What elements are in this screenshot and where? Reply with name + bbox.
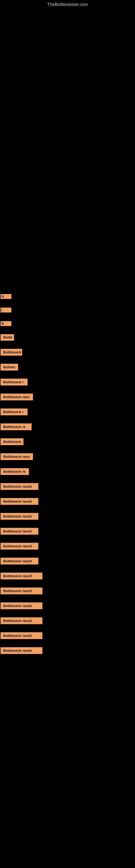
result-badge-11: Bottleneck resu — [1, 453, 33, 460]
gap-6 — [0, 372, 135, 377]
result-row-13: Bottleneck result — [0, 482, 135, 492]
gap-23 — [0, 626, 135, 631]
result-badge-19: Bottleneck result — [1, 572, 42, 579]
gap-22 — [0, 611, 135, 616]
result-row-5: Bottlen — [0, 362, 135, 372]
gap-19 — [0, 566, 135, 571]
result-badge-13: Bottleneck result — [1, 483, 38, 490]
result-row-14: Bottleneck result — [0, 496, 135, 506]
result-badge-7: Bottleneck resu — [1, 394, 33, 400]
gap-8 — [0, 402, 135, 407]
gap-24 — [0, 641, 135, 646]
result-row-17: Bottleneck result — [0, 541, 135, 551]
gap-20 — [0, 581, 135, 586]
gap-2 — [0, 313, 135, 321]
result-badge-6: Bottleneck r — [1, 379, 28, 385]
result-row-0: B — [0, 293, 135, 300]
result-row-7: Bottleneck resu — [0, 392, 135, 402]
result-row-9: Bottleneck re — [0, 422, 135, 432]
result-row-6: Bottleneck r — [0, 377, 135, 387]
result-row-11: Bottleneck resu — [0, 452, 135, 462]
result-badge-17: Bottleneck result — [1, 543, 38, 550]
result-row-24: Bottleneck result — [0, 646, 135, 656]
result-badge-21: Bottleneck result — [1, 602, 42, 609]
gap-16 — [0, 521, 135, 526]
result-row-3: Bottle — [0, 333, 135, 342]
gap-4 — [0, 342, 135, 347]
gap-12 — [0, 462, 135, 467]
result-badge-18: Bottleneck result — [1, 558, 38, 564]
result-badge-0: B — [1, 294, 11, 299]
gap-7 — [0, 387, 135, 392]
result-badge-12: Bottleneck re — [1, 468, 29, 475]
result-badge-10: Bottleneck — [1, 438, 24, 445]
gap-17 — [0, 536, 135, 541]
result-badge-16: Bottleneck result — [1, 528, 38, 535]
result-row-4: Bottleneck — [0, 347, 135, 357]
result-badge-22: Bottleneck result — [1, 617, 42, 624]
gap-11 — [0, 447, 135, 452]
result-row-19: Bottleneck result — [0, 571, 135, 581]
result-row-8: Bottleneck r — [0, 407, 135, 417]
result-row-23: Bottleneck result — [0, 631, 135, 641]
result-row-12: Bottleneck re — [0, 467, 135, 476]
gap-5 — [0, 357, 135, 362]
result-row-18: Bottleneck result — [0, 556, 135, 566]
bottom-space — [0, 656, 135, 666]
result-badge-20: Bottleneck result — [1, 588, 42, 594]
results-section: B | B Bottle Bottleneck Bottlen Bottlene… — [0, 293, 135, 666]
gap-15 — [0, 506, 135, 511]
result-badge-23: Bottleneck result — [1, 632, 42, 639]
gap-21 — [0, 596, 135, 601]
top-black-area — [0, 9, 135, 293]
result-row-21: Bottleneck result — [0, 601, 135, 611]
result-row-20: Bottleneck result — [0, 586, 135, 596]
result-badge-3: Bottle — [1, 334, 14, 341]
result-badge-15: Bottleneck result — [1, 513, 38, 520]
gap-14 — [0, 492, 135, 496]
result-row-16: Bottleneck result — [0, 526, 135, 536]
site-title: TheBottlenecker.com — [0, 0, 135, 9]
result-row-22: Bottleneck result — [0, 616, 135, 626]
result-badge-4: Bottleneck — [1, 349, 22, 355]
result-row-10: Bottleneck — [0, 437, 135, 447]
gap-18 — [0, 551, 135, 556]
result-badge-8: Bottleneck r — [1, 408, 28, 415]
result-badge-9: Bottleneck re — [1, 424, 32, 430]
result-badge-2: B — [1, 321, 11, 326]
gap-9 — [0, 417, 135, 422]
result-badge-14: Bottleneck result — [1, 498, 38, 505]
gap-1 — [0, 300, 135, 307]
gap-13 — [0, 476, 135, 482]
result-row-15: Bottleneck result — [0, 511, 135, 521]
result-row-2: B — [0, 321, 135, 327]
result-badge-1: | — [1, 308, 11, 312]
result-badge-24: Bottleneck result — [1, 647, 42, 654]
result-row-1: | — [0, 307, 135, 313]
gap-10 — [0, 432, 135, 437]
page-container: TheBottlenecker.com B | B Bottle Bottlen… — [0, 0, 135, 666]
gap-3 — [0, 327, 135, 333]
result-badge-5: Bottlen — [1, 364, 18, 371]
